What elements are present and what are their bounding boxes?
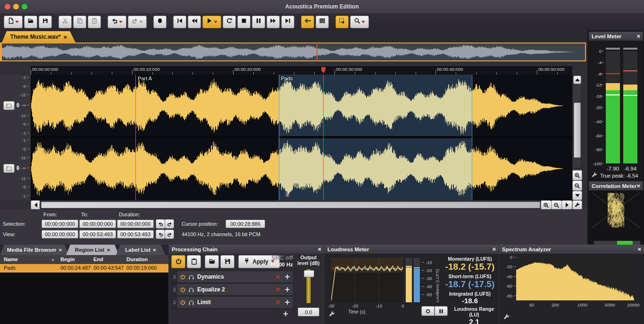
browser-tab-region-list[interactable]: Region List× (66, 245, 119, 255)
stop-button[interactable] (237, 16, 251, 28)
cut-button[interactable] (59, 16, 72, 28)
view-from-field[interactable]: 00:00:00:000 (42, 230, 78, 239)
rewind-button[interactable] (188, 16, 201, 28)
column-header-name[interactable]: Name (4, 256, 18, 262)
chain-clipboard-button[interactable] (187, 255, 201, 268)
spinner-down-icon[interactable] (16, 105, 20, 108)
correlation-meter-close-icon[interactable]: × (636, 183, 640, 189)
open-file-button[interactable] (24, 16, 37, 28)
undo-dropdown-caret[interactable] (119, 21, 123, 23)
chain-plugin-row-limit[interactable]: Limit (171, 296, 293, 308)
waveform-settings-wrench-button[interactable] (572, 200, 582, 210)
view-duration-field[interactable]: 00:00:53:493 (117, 230, 154, 239)
cursor-position-field[interactable]: 00:00:28:886 (226, 220, 265, 228)
vertical-scroll-thumb[interactable] (574, 102, 581, 158)
drag-handle-icon[interactable] (171, 271, 177, 282)
plugin-power-icon[interactable] (180, 274, 186, 280)
column-header-duration[interactable]: Duration (126, 256, 148, 262)
chain-plugin-row-dynamics[interactable]: Dynamics (171, 271, 293, 283)
browser-tab-label-list[interactable]: Label List× (116, 245, 165, 255)
record-button[interactable] (153, 16, 167, 28)
paste-button[interactable] (88, 16, 101, 28)
column-header-begin[interactable]: Begin (60, 256, 75, 262)
scroll-down-button[interactable] (572, 191, 582, 200)
horizontal-scroll-thumb[interactable] (41, 202, 540, 208)
selection-from-field[interactable]: 00:00:00:000 (42, 220, 78, 228)
browser-tab-close-icon[interactable]: × (107, 247, 110, 253)
chain-add-plugin-icon[interactable] (283, 310, 289, 319)
plugin-power-icon[interactable] (180, 299, 186, 306)
loudness-pause-button[interactable] (435, 306, 448, 316)
output-level-value[interactable]: 0.0 (298, 307, 319, 316)
vertical-zoom-in-button[interactable] (572, 170, 582, 180)
view-undo-button[interactable] (156, 230, 165, 239)
skip-end-button[interactable] (281, 16, 294, 28)
loop-button[interactable] (223, 16, 236, 28)
spinner-down-icon[interactable] (16, 168, 20, 171)
drag-handle-icon[interactable] (171, 284, 177, 295)
spectral-view-button[interactable] (316, 16, 329, 28)
browser-tab-close-icon[interactable]: × (153, 247, 156, 253)
plugin-delete-icon[interactable] (275, 299, 281, 305)
playback-cursor-line[interactable] (323, 75, 324, 200)
undo-button[interactable] (108, 16, 126, 28)
redo-dropdown-caret[interactable] (139, 21, 143, 23)
channel-1-select-button[interactable] (3, 101, 15, 110)
timeline-ruler[interactable]: 00:00:00:00000:00:10:00000:00:20:00000:0… (31, 66, 572, 75)
zoom-tool-dropdown-caret[interactable] (361, 21, 365, 23)
plugin-headphones-icon[interactable] (188, 299, 194, 306)
scroll-up-button[interactable] (573, 76, 581, 84)
zoom-tool-button[interactable] (350, 16, 369, 28)
new-file-dropdown-caret[interactable] (15, 21, 19, 23)
document-tab[interactable]: Theme Music.wav* × (2, 31, 75, 43)
plugin-insert-icon[interactable] (284, 287, 290, 292)
region-table-row[interactable]: Pads00:00:24:48700:00:43:54700:00:19:060 (0, 264, 168, 273)
view-redo-button[interactable] (165, 230, 174, 239)
output-level-slider[interactable] (306, 269, 311, 304)
loudness-settings-wrench-button[interactable] (328, 311, 335, 320)
browser-tab-media-file-browser[interactable]: Media File Browser× (0, 245, 69, 255)
chain-save-button[interactable] (220, 255, 234, 268)
horizontal-scrollbar[interactable] (40, 200, 541, 209)
processing-chain-close-icon[interactable]: × (318, 246, 321, 252)
selection-undo-button[interactable] (156, 219, 165, 229)
plugin-insert-icon[interactable] (284, 274, 290, 280)
selection-duration-field[interactable]: 00:00:00:000 (117, 220, 154, 228)
play-dropdown-caret[interactable] (214, 21, 217, 23)
browser-tab-close-icon[interactable]: × (59, 247, 62, 253)
level-meter-wrench-button[interactable] (591, 172, 598, 180)
plugin-headphones-icon[interactable] (188, 287, 194, 293)
spinner-up-icon[interactable] (16, 165, 20, 168)
overview-waveform[interactable] (0, 43, 586, 61)
document-tab-close-icon[interactable]: × (64, 34, 67, 41)
select-tool-button[interactable] (335, 16, 349, 28)
drag-handle-icon[interactable] (171, 297, 177, 308)
vertical-zoom-out-button[interactable] (572, 180, 582, 191)
plugin-delete-icon[interactable] (275, 287, 281, 292)
selection-to-field[interactable]: 00:00:00:000 (79, 220, 116, 228)
waveform-view-button[interactable] (301, 16, 314, 28)
spectrum-analyzer-close-icon[interactable]: × (637, 246, 641, 252)
spinner-up-icon[interactable] (16, 102, 20, 105)
loudness-reset-button[interactable] (421, 306, 435, 316)
output-level-slider-handle[interactable] (304, 270, 314, 277)
view-to-field[interactable]: 00:00:53:493 (79, 230, 116, 239)
fast-forward-button[interactable] (267, 16, 280, 28)
spectrum-settings-wrench-button[interactable] (503, 314, 510, 323)
skip-start-button[interactable] (173, 16, 186, 28)
selection-start-edge[interactable] (279, 75, 279, 200)
scroll-left-button[interactable] (31, 200, 41, 210)
chain-plugin-row-equalize-2[interactable]: Equalize 2 (171, 283, 293, 296)
scroll-right-button[interactable] (561, 200, 572, 210)
plugin-headphones-icon[interactable] (188, 274, 194, 280)
plugin-power-icon[interactable] (180, 287, 186, 293)
plugin-insert-icon[interactable] (284, 299, 290, 305)
copy-button[interactable] (73, 16, 86, 28)
level-meter-close-icon[interactable]: × (636, 33, 640, 39)
loudness-meter-close-icon[interactable]: × (492, 246, 496, 252)
waveform-canvas[interactable] (31, 75, 572, 200)
new-file-button[interactable] (4, 16, 23, 28)
horizontal-zoom-out-button[interactable] (551, 200, 562, 210)
play-button[interactable] (202, 16, 221, 28)
selection-redo-button[interactable] (165, 219, 174, 229)
